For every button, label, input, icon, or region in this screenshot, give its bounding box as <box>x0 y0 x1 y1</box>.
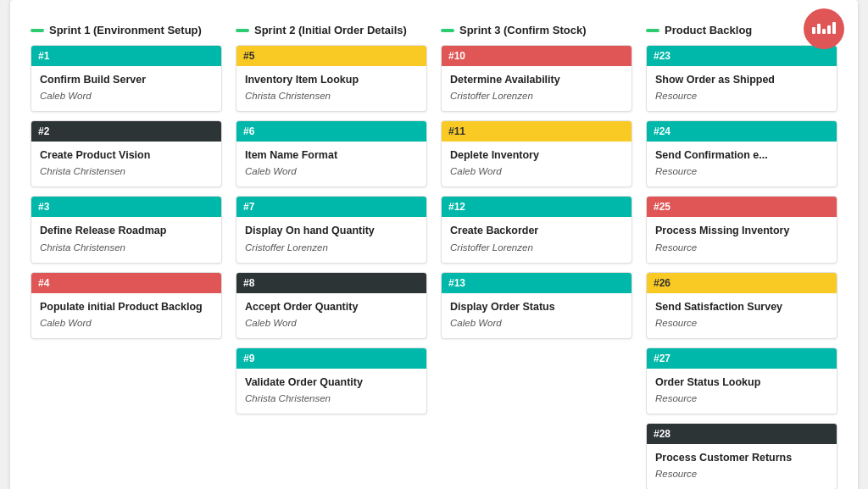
logo-bar-3 <box>822 29 826 34</box>
card-title-12: Create Backorder <box>450 224 623 237</box>
card-title-7: Display On hand Quantity <box>245 224 418 237</box>
card-subtitle-8: Caleb Word <box>245 317 418 330</box>
card-body-27: Order Status LookupResource <box>647 369 837 414</box>
column-header-sprint2: Sprint 2 (Initial Order Details) <box>236 24 427 36</box>
card-header-2: #2 <box>31 121 221 142</box>
card-4[interactable]: #4Populate initial Product BacklogCaleb … <box>31 272 222 339</box>
card-title-24: Send Confirmation e... <box>655 148 828 162</box>
card-body-12: Create BackorderCristoffer Lorenzen <box>442 217 632 262</box>
card-subtitle-25: Resource <box>655 242 828 254</box>
card-13[interactable]: #13Display Order StatusCaleb Word <box>441 272 632 339</box>
card-23[interactable]: #23Show Order as ShippedResource <box>646 45 837 112</box>
card-subtitle-9: Christa Christensen <box>245 392 418 405</box>
card-27[interactable]: #27Order Status LookupResource <box>646 347 837 414</box>
card-body-5: Inventory Item LookupChrista Christensen <box>236 66 426 111</box>
main-container: Sprint 1 (Environment Setup)#1Confirm Bu… <box>10 0 858 489</box>
card-5[interactable]: #5Inventory Item LookupChrista Christens… <box>236 45 427 112</box>
card-header-11: #11 <box>442 121 632 142</box>
card-body-8: Accept Order QuantityCaleb Word <box>236 293 426 338</box>
cards-container-sprint1: #1Confirm Build ServerCaleb Word#2Create… <box>31 45 222 339</box>
card-title-13: Display Order Status <box>450 300 623 314</box>
logo-bar-4 <box>827 25 831 34</box>
card-title-26: Send Satisfaction Survey <box>655 300 828 314</box>
card-6[interactable]: #6Item Name FormatCaleb Word <box>236 120 427 187</box>
card-subtitle-6: Caleb Word <box>245 165 418 178</box>
card-subtitle-28: Resource <box>655 468 828 481</box>
card-subtitle-26: Resource <box>655 317 828 330</box>
logo <box>804 8 844 49</box>
card-body-24: Send Confirmation e...Resource <box>647 142 837 186</box>
card-10[interactable]: #10Determine AvailabilityCristoffer Lore… <box>441 45 632 112</box>
column-backlog: Product Backlog#23Show Order as ShippedR… <box>646 24 837 489</box>
card-title-8: Accept Order Quantity <box>245 300 418 314</box>
card-body-2: Create Product VisionChrista Christensen <box>31 142 221 186</box>
card-8[interactable]: #8Accept Order QuantityCaleb Word <box>236 272 427 339</box>
card-subtitle-24: Resource <box>655 165 828 178</box>
card-25[interactable]: #25Process Missing InventoryResource <box>646 196 837 263</box>
cards-container-sprint3: #10Determine AvailabilityCristoffer Lore… <box>441 45 632 339</box>
card-title-10: Determine Availability <box>450 73 623 86</box>
card-subtitle-2: Christa Christensen <box>40 165 213 178</box>
card-subtitle-7: Cristoffer Lorenzen <box>245 242 418 254</box>
card-header-23: #23 <box>647 46 837 66</box>
card-3[interactable]: #3Define Release RoadmapChrista Christen… <box>31 196 222 263</box>
card-body-4: Populate initial Product BacklogCaleb Wo… <box>31 293 221 338</box>
column-sprint2: Sprint 2 (Initial Order Details)#5Invent… <box>236 24 427 489</box>
card-header-27: #27 <box>647 348 837 369</box>
card-header-3: #3 <box>31 197 221 217</box>
card-2[interactable]: #2Create Product VisionChrista Christens… <box>31 120 222 187</box>
card-title-25: Process Missing Inventory <box>655 224 828 237</box>
card-subtitle-5: Christa Christensen <box>245 90 418 103</box>
card-header-26: #26 <box>647 273 837 293</box>
logo-bar-2 <box>817 24 821 34</box>
card-title-6: Item Name Format <box>245 148 418 162</box>
card-body-11: Deplete InventoryCaleb Word <box>442 142 632 186</box>
card-subtitle-10: Cristoffer Lorenzen <box>450 90 623 103</box>
card-body-28: Process Customer ReturnsResource <box>647 444 837 489</box>
card-body-23: Show Order as ShippedResource <box>647 66 837 111</box>
card-11[interactable]: #11Deplete InventoryCaleb Word <box>441 120 632 187</box>
card-body-25: Process Missing InventoryResource <box>647 217 837 262</box>
card-title-27: Order Status Lookup <box>655 375 828 389</box>
card-title-11: Deplete Inventory <box>450 148 623 162</box>
card-header-5: #5 <box>236 46 426 66</box>
card-subtitle-13: Caleb Word <box>450 317 623 330</box>
column-title-backlog: Product Backlog <box>665 24 752 36</box>
card-subtitle-11: Caleb Word <box>450 165 623 178</box>
card-body-3: Define Release RoadmapChrista Christense… <box>31 217 221 262</box>
column-sprint1: Sprint 1 (Environment Setup)#1Confirm Bu… <box>31 24 222 489</box>
card-9[interactable]: #9Validate Order QuantityChrista Christe… <box>236 347 427 414</box>
card-body-9: Validate Order QuantityChrista Christens… <box>236 369 426 414</box>
card-title-3: Define Release Roadmap <box>40 224 213 237</box>
card-title-2: Create Product Vision <box>40 148 213 162</box>
card-header-24: #24 <box>647 121 837 142</box>
card-28[interactable]: #28Process Customer ReturnsResource <box>646 423 837 489</box>
column-dash-icon-backlog <box>646 29 659 32</box>
card-title-4: Populate initial Product Backlog <box>40 300 213 314</box>
column-title-sprint2: Sprint 2 (Initial Order Details) <box>254 24 407 36</box>
card-12[interactable]: #12Create BackorderCristoffer Lorenzen <box>441 196 632 263</box>
card-body-6: Item Name FormatCaleb Word <box>236 142 426 186</box>
card-subtitle-1: Caleb Word <box>40 90 213 103</box>
card-subtitle-23: Resource <box>655 90 828 103</box>
card-title-5: Inventory Item Lookup <box>245 73 418 86</box>
logo-bars-icon <box>812 22 836 34</box>
card-7[interactable]: #7Display On hand QuantityCristoffer Lor… <box>236 196 427 263</box>
card-header-10: #10 <box>442 46 632 66</box>
card-header-13: #13 <box>442 273 632 293</box>
card-header-12: #12 <box>442 197 632 217</box>
card-title-1: Confirm Build Server <box>40 73 213 86</box>
card-header-4: #4 <box>31 273 221 293</box>
cards-container-sprint2: #5Inventory Item LookupChrista Christens… <box>236 45 427 414</box>
card-header-28: #28 <box>647 424 837 444</box>
card-1[interactable]: #1Confirm Build ServerCaleb Word <box>31 45 222 112</box>
column-dash-icon-sprint2 <box>236 29 249 32</box>
column-header-sprint3: Sprint 3 (Confirm Stock) <box>441 24 632 36</box>
card-header-25: #25 <box>647 197 837 217</box>
card-body-1: Confirm Build ServerCaleb Word <box>31 66 221 111</box>
card-body-7: Display On hand QuantityCristoffer Loren… <box>236 217 426 262</box>
column-title-sprint3: Sprint 3 (Confirm Stock) <box>459 24 587 36</box>
card-24[interactable]: #24Send Confirmation e...Resource <box>646 120 837 187</box>
card-title-9: Validate Order Quantity <box>245 375 418 389</box>
card-26[interactable]: #26Send Satisfaction SurveyResource <box>646 272 837 339</box>
